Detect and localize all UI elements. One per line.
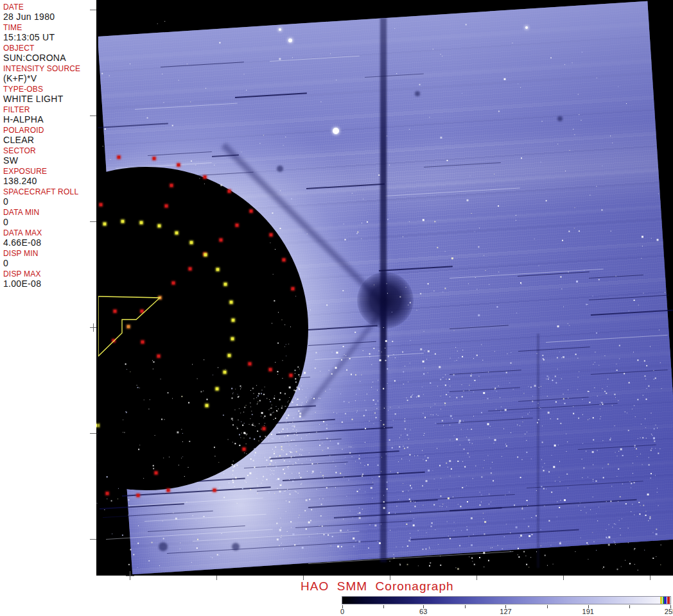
colorbar-end-stripe [660, 597, 663, 604]
colorbar-tick [670, 605, 671, 608]
field-label: TIME [3, 24, 96, 32]
colorbar-tick [342, 605, 343, 608]
metadata-field-polaroid: POLAROID CLEAR [3, 126, 96, 147]
metadata-field-time: TIME 15:13:05 UT [3, 24, 96, 44]
colorbar-tick [465, 605, 466, 608]
field-value: 138.240 [3, 176, 96, 186]
field-value: 28 Jun 1980 [3, 12, 96, 22]
bottom-axis-tick [650, 576, 651, 580]
colorbar-tick-label: 63 [419, 608, 427, 615]
field-value: 15:13:05 UT [3, 32, 96, 42]
field-label: SPACECRAFT ROLL [3, 188, 96, 196]
field-label: FILTER [3, 106, 96, 114]
colorbar-end-stripe [667, 597, 670, 604]
metadata-field-data-max: DATA MAX 4.66E-08 [3, 229, 96, 250]
field-label: DATA MIN [3, 209, 96, 217]
metadata-field-exposure: EXPOSURE 138.240 [3, 167, 96, 188]
field-label: INTENSITY SOURCE [3, 65, 96, 73]
field-label: DISP MIN [3, 250, 96, 258]
colorbar-tick [505, 605, 506, 608]
field-value: SUN:CORONA [3, 53, 96, 63]
field-value: 0 [3, 258, 96, 268]
colorbar-tick [588, 605, 589, 608]
colorbar-tick-label: 127 [500, 608, 511, 615]
field-value: WHITE LIGHT [3, 94, 96, 104]
colorbar-end-stripe [664, 597, 667, 604]
metadata-panel: DATE 28 Jun 1980 TIME 15:13:05 UT OBJECT… [0, 0, 96, 616]
left-axis-line [98, 0, 98, 576]
colorbar-tick [383, 605, 384, 608]
image-title: HAO SMM Coronagraph [301, 579, 454, 594]
field-label: DATA MAX [3, 229, 96, 237]
bottom-axis-tick [390, 576, 390, 580]
metadata-field-intensity-source: INTENSITY SOURCE (K+F)*V [3, 65, 96, 85]
field-label: POLAROID [3, 126, 96, 135]
field-value: H-ALPHA [3, 114, 96, 124]
metadata-field-data-min: DATA MIN 0 [3, 209, 96, 229]
bottom-axis-tick [476, 576, 477, 580]
metadata-field-spacecraft-roll: SPACECRAFT ROLL 0 [3, 188, 96, 209]
caption-bar: HAO SMM Coronagraph 0 63 127 191 255 [96, 576, 673, 616]
bottom-axis-tick [563, 576, 564, 580]
metadata-field-object: OBJECT SUN:CORONA [3, 44, 96, 65]
intensity-colorbar [342, 597, 670, 604]
field-value: SW [3, 155, 96, 166]
field-value: 0 [3, 196, 96, 207]
colorbar-tick-label: 255 [665, 608, 673, 615]
field-value: 0 [3, 217, 96, 227]
metadata-field-disp-min: DISP MIN 0 [3, 250, 96, 270]
field-label: TYPE-OBS [3, 85, 96, 94]
field-value: 4.66E-08 [3, 237, 96, 248]
colorbar-tick [423, 605, 424, 608]
left-axis-cross [93, 323, 94, 332]
left-axis-tick [90, 539, 96, 540]
field-label: OBJECT [3, 44, 96, 53]
field-label: DISP MAX [3, 270, 96, 278]
colorbar-tick [629, 605, 630, 608]
bottom-axis-tick [303, 576, 304, 580]
left-axis-tick [90, 433, 96, 434]
field-value: 1.00E-08 [3, 278, 96, 289]
field-value: (K+F)*V [3, 73, 96, 83]
colorbar-tick-label: 191 [582, 608, 594, 615]
left-axis-tick [90, 10, 96, 10]
metadata-field-filter: FILTER H-ALPHA [3, 106, 96, 126]
coronagraph-viewer: DATE 28 Jun 1980 TIME 15:13:05 UT OBJECT… [0, 0, 673, 616]
field-value: CLEAR [3, 135, 96, 145]
field-label: DATE [3, 3, 96, 12]
field-label: EXPOSURE [3, 167, 96, 176]
left-axis-tick [90, 221, 96, 222]
metadata-field-date: DATE 28 Jun 1980 [3, 3, 96, 24]
coronagraph-image [96, 0, 673, 576]
left-axis-tick [90, 116, 96, 116]
colorbar-tick-label: 0 [340, 608, 344, 615]
colorbar-tick [547, 605, 548, 608]
metadata-field-type-obs: TYPE-OBS WHITE LIGHT [3, 85, 96, 106]
bottom-axis-cross [130, 571, 130, 580]
limb-marker-polygon [96, 0, 673, 576]
field-label: SECTOR [3, 147, 96, 155]
bottom-axis-tick [216, 576, 217, 580]
metadata-field-disp-max: DISP MAX 1.00E-08 [3, 270, 96, 291]
metadata-field-sector: SECTOR SW [3, 147, 96, 167]
